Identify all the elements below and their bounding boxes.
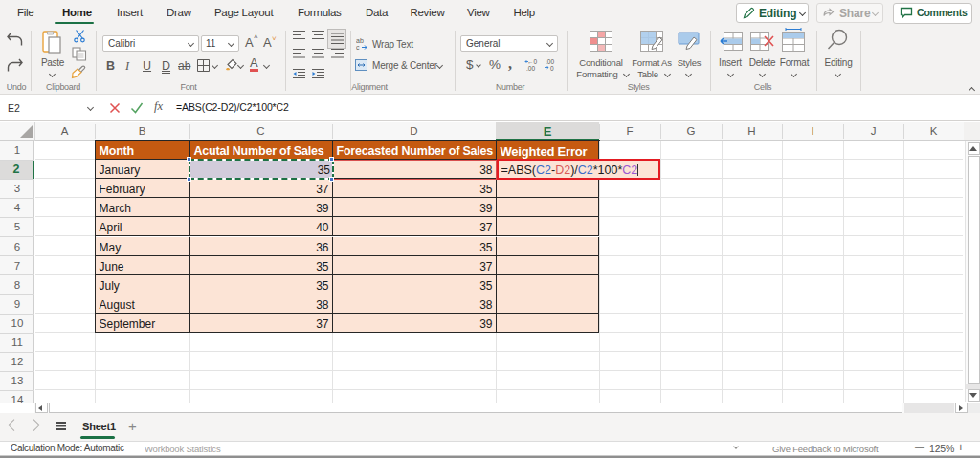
svg-text:.00: .00	[526, 65, 535, 71]
svg-text:ab: ab	[356, 37, 364, 44]
svg-text:.00: .00	[546, 58, 554, 65]
svg-text:c: c	[356, 44, 360, 50]
svg-text:0: 0	[550, 65, 554, 71]
svg-text:←0: ←0	[527, 58, 538, 65]
